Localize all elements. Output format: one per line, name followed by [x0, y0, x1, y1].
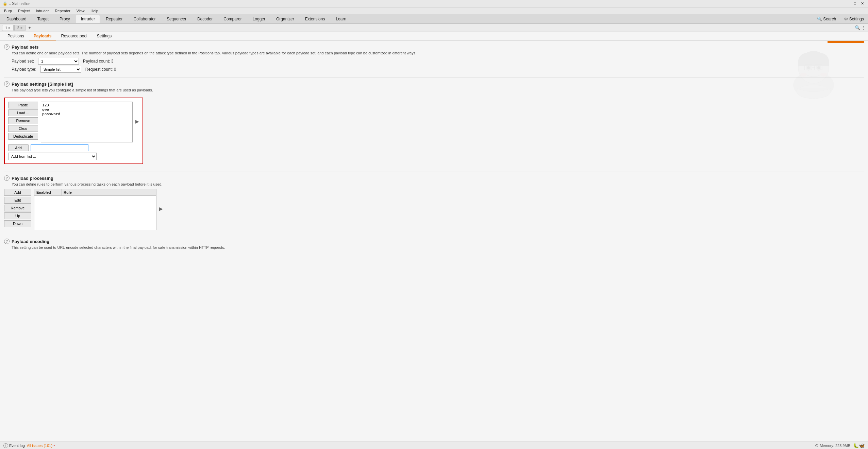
settings-label: Settings: [849, 17, 864, 21]
payload-settings-box: Paste Load ... Remove Clear Deduplicate …: [4, 98, 143, 164]
nav-tab-collaborator[interactable]: Collaborator: [129, 15, 161, 23]
payload-type-label: Payload type:: [12, 67, 36, 72]
menu-project[interactable]: Project: [15, 8, 32, 14]
issues-dot: •: [53, 444, 55, 448]
memory-icon: ⏱: [815, 444, 819, 448]
processing-table: Enabled Rule: [34, 189, 156, 230]
instance-tabs: 1 × 2 × + 🔍 ⋮: [0, 24, 868, 32]
processing-edit-button[interactable]: Edit: [4, 197, 31, 204]
add-tab-button[interactable]: +: [26, 24, 33, 31]
payload-settings-description: This payload type lets you configure a s…: [12, 88, 864, 92]
search-button[interactable]: 🔍 Search: [814, 16, 839, 22]
sub-tab-payloads[interactable]: Payloads: [29, 32, 56, 40]
deduplicate-button[interactable]: Deduplicate: [8, 133, 38, 140]
menu-view[interactable]: View: [74, 8, 87, 14]
processing-down-button[interactable]: Down: [4, 220, 31, 227]
menu-bar: Burp Project Intruder Repeater View Help: [0, 7, 868, 14]
nav-tab-decoder[interactable]: Decoder: [192, 15, 218, 23]
payload-processing-title: Payload processing: [12, 176, 53, 181]
add-payload-input[interactable]: [31, 144, 88, 151]
bottom-spacer: [4, 254, 864, 268]
menu-help[interactable]: Help: [88, 8, 101, 14]
payload-type-select[interactable]: Simple list Runtime file Custom iterator: [40, 66, 81, 73]
request-count-label: Request count: 0: [85, 67, 116, 72]
payload-sets-section: ? Payload sets You can define one or mor…: [4, 44, 864, 73]
settings-button[interactable]: ⚙ Settings: [841, 16, 867, 22]
payload-processing-section: ? Payload processing You can define rule…: [4, 175, 864, 230]
payload-sets-title: Payload sets: [12, 45, 39, 50]
nav-tab-sequencer[interactable]: Sequencer: [162, 15, 191, 23]
payload-settings-help-icon[interactable]: ?: [4, 81, 10, 87]
payload-sets-header: ? Payload sets: [4, 44, 864, 50]
paste-button[interactable]: Paste: [8, 102, 38, 108]
nav-tab-learn[interactable]: Learn: [331, 15, 351, 23]
payload-list-right: 123 qwe password: [41, 102, 133, 142]
nav-tab-repeater[interactable]: Repeater: [101, 15, 128, 23]
add-payload-row: Add: [8, 144, 139, 151]
title-bar-title: – XiaLuoHun: [9, 2, 31, 6]
nav-tab-target[interactable]: Target: [32, 15, 54, 23]
payload-sets-help-icon[interactable]: ?: [4, 44, 10, 50]
menu-intruder[interactable]: Intruder: [33, 8, 52, 14]
payload-set-select[interactable]: 1 2: [38, 58, 79, 65]
nav-tab-intruder[interactable]: Intruder: [76, 15, 100, 23]
nav-tab-dashboard[interactable]: Dashboard: [1, 15, 32, 23]
remove-button[interactable]: Remove: [8, 117, 38, 124]
add-payload-button[interactable]: Add: [8, 144, 29, 151]
instance-tab-1[interactable]: 1 ×: [2, 25, 14, 31]
info-icon: i: [3, 443, 8, 448]
restore-button[interactable]: □: [852, 1, 857, 6]
sub-tab-settings[interactable]: Settings: [92, 32, 116, 40]
bug-icons: 🐛🦋: [853, 443, 865, 448]
nav-tab-organizer[interactable]: Organizer: [271, 15, 299, 23]
payload-count-label: Payload count: 3: [83, 59, 113, 64]
divider-3: [4, 235, 864, 235]
payload-list-textarea[interactable]: 123 qwe password: [41, 102, 133, 142]
payload-scroll-arrow: ▶: [135, 119, 139, 124]
payload-encoding-help-icon[interactable]: ?: [4, 239, 10, 244]
svg-point-7: [820, 73, 827, 77]
processing-remove-button[interactable]: Remove: [4, 205, 31, 211]
processing-up-button[interactable]: Up: [4, 212, 31, 219]
processing-action-buttons: Add Edit Remove Up Down: [4, 189, 31, 227]
issues-label[interactable]: All issues (101) •: [27, 444, 55, 448]
start-attack-button[interactable]: Start attack: [828, 41, 864, 43]
clear-button[interactable]: Clear: [8, 125, 38, 132]
payload-processing-help-icon[interactable]: ?: [4, 175, 10, 181]
app-icon: 🔒: [3, 1, 7, 6]
nav-tabs: Dashboard Target Proxy Intruder Repeater…: [0, 14, 868, 24]
nav-tab-proxy[interactable]: Proxy: [54, 15, 75, 23]
svg-point-6: [800, 73, 807, 77]
payload-processing-description: You can define rules to perform various …: [12, 182, 864, 186]
nav-tab-comparer[interactable]: Comparer: [218, 15, 247, 23]
nav-tab-logger[interactable]: Logger: [248, 15, 270, 23]
add-from-list-row: Add from list ...: [8, 153, 139, 160]
payload-settings-section: ? Payload settings [Simple list] This pa…: [4, 81, 864, 167]
payload-type-row: Payload type: Simple list Runtime file C…: [12, 66, 864, 73]
more-icon: ⋮: [862, 25, 866, 30]
sub-tabs: Positions Payloads Resource pool Setting…: [0, 32, 868, 41]
search-label: Search: [823, 17, 836, 21]
sub-tab-positions[interactable]: Positions: [3, 32, 29, 40]
minimize-button[interactable]: –: [846, 1, 850, 6]
divider-2: [4, 172, 864, 172]
processing-table-wrapper: Add Edit Remove Up Down Enabled Rule ▶: [4, 189, 864, 230]
close-button[interactable]: ✕: [859, 1, 865, 6]
processing-add-button[interactable]: Add: [4, 189, 31, 196]
zoom-icon: 🔍: [855, 25, 860, 30]
title-bar-controls: – □ ✕: [846, 1, 865, 6]
menu-burp[interactable]: Burp: [1, 8, 15, 14]
processing-scroll-arrow: ▶: [159, 206, 163, 211]
menu-repeater[interactable]: Repeater: [52, 8, 73, 14]
nav-tab-extensions[interactable]: Extensions: [300, 15, 330, 23]
load-button[interactable]: Load ...: [8, 109, 38, 116]
event-log-label[interactable]: Event log: [9, 444, 25, 448]
add-from-list-select[interactable]: Add from list ...: [8, 153, 97, 160]
payload-action-buttons: Paste Load ... Remove Clear Deduplicate: [8, 102, 38, 140]
payload-list-container: Paste Load ... Remove Clear Deduplicate …: [8, 102, 139, 142]
search-icon: 🔍: [817, 17, 822, 21]
sub-tab-resource-pool[interactable]: Resource pool: [56, 32, 92, 40]
payload-encoding-section: ? Payload encoding This setting can be u…: [4, 239, 864, 249]
instance-tab-2[interactable]: 2 ×: [14, 25, 26, 31]
processing-table-body: [34, 196, 156, 230]
